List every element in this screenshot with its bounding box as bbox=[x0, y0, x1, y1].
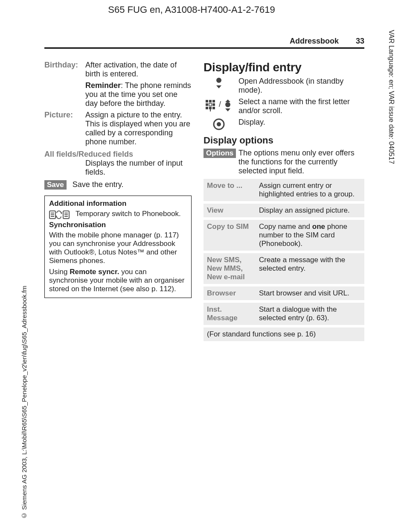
option-desc: Copy name and one phone number to the SI… bbox=[256, 219, 364, 252]
margin-right-text: VAR Language: en; VAR issue date: 040517 bbox=[387, 30, 395, 164]
table-row: Inst. MessageStart a dialogue with the s… bbox=[204, 301, 364, 326]
step2-text: Select a name with the first letter and/… bbox=[238, 97, 364, 115]
svg-rect-20 bbox=[212, 107, 215, 109]
svg-point-10 bbox=[216, 78, 221, 83]
option-name: View bbox=[204, 202, 256, 219]
svg-rect-12 bbox=[206, 100, 208, 102]
table-footer: (For standard functions see p. 16) bbox=[204, 326, 364, 342]
sync-heading: Synchronisation bbox=[49, 221, 187, 229]
allfields-text: Displays the number of input fields. bbox=[85, 159, 192, 177]
step1-text: Open Addressbook (in standby mode). bbox=[238, 77, 364, 95]
info-box-heading: Additional information bbox=[49, 199, 187, 208]
option-name: Browser bbox=[204, 285, 256, 301]
keypad-scroll-icon: / bbox=[204, 97, 234, 112]
svg-rect-18 bbox=[206, 107, 208, 109]
bookswap-text: Temporary switch to Phonebook. bbox=[76, 210, 181, 218]
option-desc: Create a message with the selected entry… bbox=[256, 252, 364, 285]
birthday-text: After activation, the date of birth is e… bbox=[85, 61, 192, 79]
svg-marker-23 bbox=[225, 99, 230, 102]
picture-text: Assign a picture to the entry. This is d… bbox=[85, 111, 192, 146]
svg-text:/: / bbox=[219, 100, 221, 108]
running-header: Addressbook 33 bbox=[44, 37, 364, 49]
options-softkey: Options bbox=[204, 149, 236, 158]
table-row: New SMS,New MMS,New e-mailCreate a messa… bbox=[204, 252, 364, 285]
save-softkey: Save bbox=[44, 180, 67, 190]
svg-rect-13 bbox=[209, 100, 212, 102]
display-options-heading: Display options bbox=[204, 135, 364, 146]
center-press-icon bbox=[204, 118, 234, 131]
option-name: New SMS,New MMS,New e-mail bbox=[204, 252, 256, 285]
options-table: Move to ...Assign current entry or highl… bbox=[204, 179, 364, 344]
svg-rect-19 bbox=[209, 107, 212, 109]
svg-marker-25 bbox=[225, 108, 230, 111]
allfields-label: All fields/Reduced fields bbox=[44, 150, 192, 159]
sync-p1: With the mobile phone manager (p. 117) y… bbox=[49, 231, 187, 265]
option-desc: Assign current entry or highlighted entr… bbox=[256, 179, 364, 202]
sync-p2: Using Remote syncr. you can synchronise … bbox=[49, 268, 187, 293]
svg-marker-11 bbox=[216, 85, 221, 88]
svg-rect-17 bbox=[212, 103, 215, 106]
option-name: Move to ... bbox=[204, 179, 256, 202]
options-text: The options menu only ever offers the fu… bbox=[238, 149, 364, 175]
document-header: S65 FUG en, A31008-H7400-A1-2-7619 bbox=[32, 4, 352, 15]
left-column: Birthday: After activation, the date of … bbox=[44, 61, 192, 344]
bookswap-icon bbox=[49, 210, 70, 220]
table-row: ViewDisplay an assigned picture. bbox=[204, 202, 364, 219]
page-number: 33 bbox=[356, 37, 364, 46]
svg-marker-4 bbox=[61, 212, 62, 214]
right-column: Display/find entry Open Addressbook (in … bbox=[204, 61, 364, 344]
nav-down-icon bbox=[204, 77, 234, 89]
option-desc: Start browser and visit URL. bbox=[256, 285, 364, 301]
svg-rect-16 bbox=[209, 103, 212, 106]
option-name: Copy to SIM bbox=[204, 219, 256, 252]
picture-label: Picture: bbox=[44, 111, 85, 146]
table-row: BrowserStart browser and visit URL. bbox=[204, 285, 364, 301]
svg-rect-15 bbox=[206, 103, 208, 106]
margin-left-copyright: © Siemens AG 2003, L:\Mobil\R65\S65_Pene… bbox=[20, 286, 28, 519]
birthday-label: Birthday: bbox=[44, 61, 85, 79]
reminder-text: Reminder: The phone reminds you at the t… bbox=[85, 81, 192, 108]
svg-point-27 bbox=[217, 122, 221, 126]
step3-text: Display. bbox=[238, 118, 364, 127]
option-desc: Display an assigned picture. bbox=[256, 202, 364, 219]
option-name: Inst. Message bbox=[204, 301, 256, 326]
table-row: Move to ...Assign current entry or highl… bbox=[204, 179, 364, 202]
svg-point-24 bbox=[225, 102, 230, 107]
option-desc: Start a dialogue with the selected entry… bbox=[256, 301, 364, 326]
display-find-heading: Display/find entry bbox=[204, 61, 364, 74]
svg-rect-14 bbox=[212, 100, 215, 102]
table-row: Copy to SIMCopy name and one phone numbe… bbox=[204, 219, 364, 252]
section-name: Addressbook bbox=[290, 37, 339, 46]
info-box: Additional information bbox=[44, 196, 192, 298]
save-text: Save the entry. bbox=[73, 180, 124, 189]
